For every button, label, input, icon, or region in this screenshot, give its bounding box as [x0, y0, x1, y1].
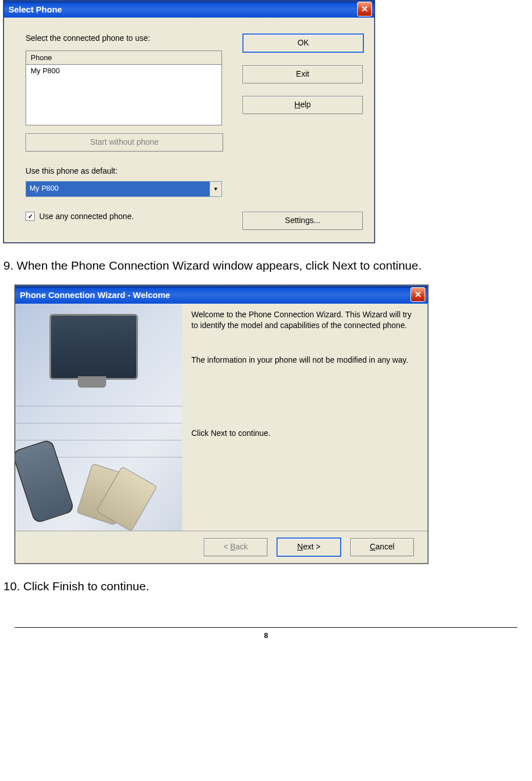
- step-10-text: 10. Click Finish to continue.: [3, 580, 529, 593]
- list-column-header: Phone: [26, 51, 221, 65]
- default-label: Use this phone as default:: [26, 166, 222, 175]
- close-icon[interactable]: ✕: [357, 2, 372, 16]
- page-number: 8: [3, 631, 529, 640]
- step-9-text: 9. When the Phone Connection Wizard wind…: [3, 259, 529, 272]
- default-phone-combo[interactable]: My P800 ▼: [26, 181, 222, 197]
- start-without-phone-button: Start without phone: [26, 133, 223, 152]
- ok-button[interactable]: OK: [242, 33, 364, 53]
- select-label: Select the connected phone to use:: [26, 33, 222, 43]
- checkbox-label: Use any connected phone.: [39, 212, 134, 221]
- next-button[interactable]: Next >: [277, 538, 341, 557]
- wizard-side-image: [15, 304, 182, 531]
- exit-button[interactable]: Exit: [242, 65, 363, 83]
- combo-value: My P800: [26, 182, 210, 196]
- settings-button[interactable]: Settings...: [242, 212, 363, 230]
- back-button: < Back: [204, 538, 267, 556]
- select-phone-dialog: Select Phone ✕ Select the connected phon…: [3, 0, 375, 243]
- wizard-paragraph-3: Click Next to continue.: [191, 428, 417, 439]
- titlebar: Phone Connection Wizard - Welcome ✕: [15, 285, 428, 304]
- chevron-down-icon[interactable]: ▼: [210, 182, 221, 196]
- phone-listbox[interactable]: Phone My P800: [26, 51, 222, 125]
- wizard-paragraph-1: Welcome to the Phone Connection Wizard. …: [191, 309, 417, 331]
- window-title: Phone Connection Wizard - Welcome: [20, 290, 410, 300]
- close-icon[interactable]: ✕: [410, 287, 425, 302]
- use-any-checkbox[interactable]: ✓: [26, 212, 35, 221]
- window-title: Select Phone: [9, 5, 357, 14]
- wizard-paragraph-2: The information in your phone will not b…: [191, 355, 417, 366]
- list-item[interactable]: My P800: [26, 65, 221, 77]
- phone-connection-wizard-dialog: Phone Connection Wizard - Welcome ✕ Welc…: [15, 285, 428, 564]
- titlebar: Select Phone ✕: [4, 1, 374, 18]
- help-button[interactable]: Help: [242, 96, 363, 114]
- footer-rule: [15, 627, 517, 628]
- cancel-button[interactable]: Cancel: [350, 538, 414, 556]
